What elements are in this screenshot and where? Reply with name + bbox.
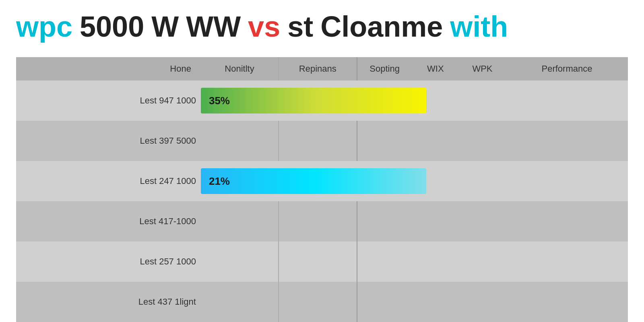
table-header-row: Hone Nonitlty Repinans Sopting WIX WPK P… xyxy=(16,57,628,80)
col-header-performance: Performance xyxy=(506,57,628,80)
row-name-cell: Lest 947 1000 xyxy=(16,80,201,121)
performance-cell xyxy=(506,201,628,242)
sopting-cell xyxy=(357,242,412,282)
row-name-cell: Lest 437 1lignt xyxy=(16,282,201,322)
col-header-wpk: WPK xyxy=(459,57,506,80)
sopting-cell xyxy=(357,282,412,322)
repinans-cell xyxy=(279,121,357,161)
performance-cell xyxy=(506,80,628,121)
table-row: Lest 417-1000 xyxy=(16,201,628,242)
repinans-cell xyxy=(279,201,357,242)
table-row: Lest 397 5000 xyxy=(16,121,628,161)
title-word-3: W xyxy=(151,12,179,41)
bar-green: 35% xyxy=(201,88,426,114)
col-header-wix: WIX xyxy=(412,57,459,80)
row-name-cell: Lest 397 5000 xyxy=(16,121,201,161)
title-word-7: Cloanme xyxy=(320,12,443,41)
wix-cell xyxy=(412,121,459,161)
performance-cell xyxy=(506,282,628,322)
bar-cell: 35% xyxy=(201,80,506,121)
row-name-cell: Lest 417-1000 xyxy=(16,201,201,242)
sopting-cell xyxy=(357,121,412,161)
table-row: Lest 247 100021% xyxy=(16,161,628,201)
table-row: Lest 257 1000 xyxy=(16,242,628,282)
bar-cell: 21% xyxy=(201,161,506,201)
col-header-name: Hone xyxy=(16,57,201,80)
wix-cell xyxy=(412,282,459,322)
comparison-table: Hone Nonitlty Repinans Sopting WIX WPK P… xyxy=(16,57,628,322)
page-container: wpc 5000 W WW vs st Cloanme with Hone No… xyxy=(0,0,644,322)
row-name-cell: Lest 257 1000 xyxy=(16,242,201,282)
performance-cell xyxy=(506,121,628,161)
title-word-6: st xyxy=(287,12,313,41)
table-body: Lest 947 100035%Lest 397 5000Lest 247 10… xyxy=(16,80,628,322)
title-word-4: WW xyxy=(186,12,241,41)
repinans-cell xyxy=(279,242,357,282)
title-word-5: vs xyxy=(248,12,280,41)
title-word-1: wpc xyxy=(16,12,72,41)
table-row: Lest 437 1lignt xyxy=(16,282,628,322)
bar-label: 21% xyxy=(209,175,230,188)
wpk-cell xyxy=(459,242,506,282)
title-word-2: 5000 xyxy=(80,12,144,41)
nonitlty-cell xyxy=(201,282,279,322)
sopting-cell xyxy=(357,201,412,242)
col-header-sopting: Sopting xyxy=(357,57,412,80)
table-row: Lest 947 100035% xyxy=(16,80,628,121)
nonitlty-cell xyxy=(201,242,279,282)
nonitlty-cell xyxy=(201,201,279,242)
wix-cell xyxy=(412,242,459,282)
performance-cell xyxy=(506,161,628,201)
performance-cell xyxy=(506,242,628,282)
bar-blue: 21% xyxy=(201,168,426,194)
bar-label: 35% xyxy=(209,95,230,107)
title-word-8: with xyxy=(450,12,508,41)
col-header-nonitlty: Nonitlty xyxy=(201,57,279,80)
wpk-cell xyxy=(459,282,506,322)
repinans-cell xyxy=(279,282,357,322)
nonitlty-cell xyxy=(201,121,279,161)
wpk-cell xyxy=(459,121,506,161)
wpk-cell xyxy=(459,201,506,242)
wix-cell xyxy=(412,201,459,242)
col-header-repinans: Repinans xyxy=(279,57,357,80)
row-name-cell: Lest 247 1000 xyxy=(16,161,201,201)
title-row: wpc 5000 W WW vs st Cloanme with xyxy=(16,8,628,45)
